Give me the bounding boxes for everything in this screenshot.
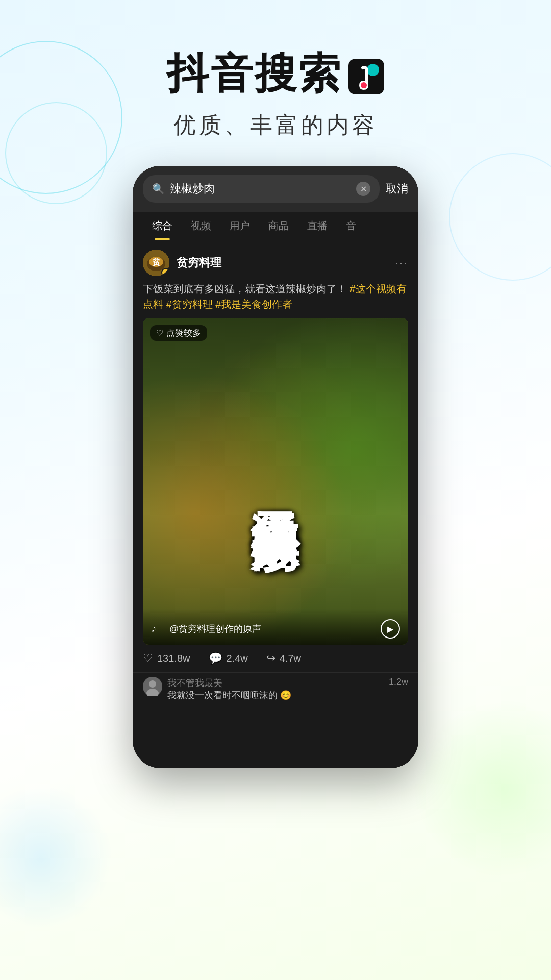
search-bar: 🔍 辣椒炒肉 ✕ 取消 [133, 166, 418, 212]
tab-user[interactable]: 用户 [220, 212, 259, 240]
commenter-avatar [143, 677, 162, 696]
tab-product[interactable]: 商品 [259, 212, 298, 240]
stats-row: ♡ 131.8w 💬 2.4w ↪ 4.7w [133, 645, 418, 672]
tab-music[interactable]: 音 [337, 212, 365, 240]
video-thumbnail[interactable]: ♡ 点赞较多 勇猛辣椒炒肉 ♪ @贫穷料理创作的原声 ▶ [143, 318, 408, 645]
tab-live[interactable]: 直播 [298, 212, 337, 240]
cancel-button[interactable]: 取消 [386, 181, 408, 197]
svg-point-8 [149, 680, 156, 688]
comments-count: 2.4w [227, 653, 248, 665]
comment-icon: 💬 [209, 652, 222, 665]
tiktok-logo-icon [348, 56, 384, 92]
like-icon: ♡ [143, 652, 153, 665]
search-tabs: 综合 视频 用户 商品 直播 音 [133, 212, 418, 240]
likes-count: 131.8w [157, 653, 190, 665]
username[interactable]: 贫穷料理 [177, 255, 388, 271]
phone-mockup: 🔍 辣椒炒肉 ✕ 取消 综合 视频 用户 商品 [133, 166, 418, 768]
search-query-text: 辣椒炒肉 [170, 181, 351, 197]
svg-point-2 [361, 82, 367, 88]
header-title-text: 抖音搜索 [167, 46, 342, 102]
user-row: 贫 ✓ 贫穷料理 ··· [133, 240, 418, 281]
search-clear-button[interactable]: ✕ [356, 182, 370, 196]
more-options-icon[interactable]: ··· [395, 256, 408, 270]
header-title-row: 抖音搜索 [0, 46, 551, 102]
play-button[interactable]: ▶ [381, 619, 400, 639]
comment-content: 我不管我最美 我就没一次看时不咽唾沫的 😊 [167, 677, 384, 702]
hashtag-3[interactable]: #我是美食创作者 [215, 299, 292, 310]
phone-mockup-wrapper: 🔍 辣椒炒肉 ✕ 取消 综合 视频 用户 商品 [0, 166, 551, 768]
comment-body-text: 我就没一次看时不咽唾沫的 😊 [167, 689, 384, 702]
shares-count: 4.7w [280, 653, 301, 665]
share-icon: ↪ [266, 652, 276, 665]
post-description: 下饭菜到底有多凶猛，就看这道辣椒炒肉了！ #这个视频有点料 #贫穷料理 #我是美… [133, 281, 418, 318]
tab-video[interactable]: 视频 [182, 212, 220, 240]
header-subtitle: 优质、丰富的内容 [0, 110, 551, 140]
svg-point-1 [367, 64, 379, 76]
shares-stat[interactable]: ↪ 4.7w [266, 652, 301, 665]
post-body-text: 下饭菜到底有多凶猛，就看这道辣椒炒肉了！ [143, 283, 347, 295]
search-icon: 🔍 [152, 183, 165, 195]
svg-text:贫: 贫 [152, 258, 161, 266]
verified-badge: ✓ [161, 268, 169, 276]
sound-credit-text: @贫穷料理创作的原声 [169, 623, 374, 635]
tab-comprehensive[interactable]: 综合 [143, 212, 182, 240]
phone-screen: 🔍 辣椒炒肉 ✕ 取消 综合 视频 用户 商品 [133, 166, 418, 768]
video-bottom-bar: ♪ @贫穷料理创作的原声 ▶ [143, 609, 408, 645]
hashtag-2[interactable]: #贫穷料理 [166, 299, 216, 310]
video-text-overlay: 勇猛辣椒炒肉 [143, 318, 408, 645]
search-input-wrap[interactable]: 🔍 辣椒炒肉 ✕ [143, 175, 380, 203]
comments-stat[interactable]: 💬 2.4w [209, 652, 248, 665]
bg-blob-2 [0, 786, 112, 929]
content-card: 贫 ✓ 贫穷料理 ··· 下饭菜到底有多凶猛，就看这道辣椒炒肉了！ #这个视频有… [133, 240, 418, 706]
tiktok-logo-small: ♪ [151, 623, 163, 635]
overlay-text: 勇猛辣椒炒肉 [250, 474, 301, 489]
likes-stat[interactable]: ♡ 131.8w [143, 652, 190, 665]
avatar[interactable]: 贫 ✓ [143, 250, 169, 276]
commenter-name: 我不管我最美 [167, 677, 384, 689]
comment-likes-count: 1.2w [389, 677, 408, 688]
app-header: 抖音搜索 优质、丰富的内容 [0, 0, 551, 140]
comment-preview: 我不管我最美 我就没一次看时不咽唾沫的 😊 1.2w [133, 672, 418, 706]
